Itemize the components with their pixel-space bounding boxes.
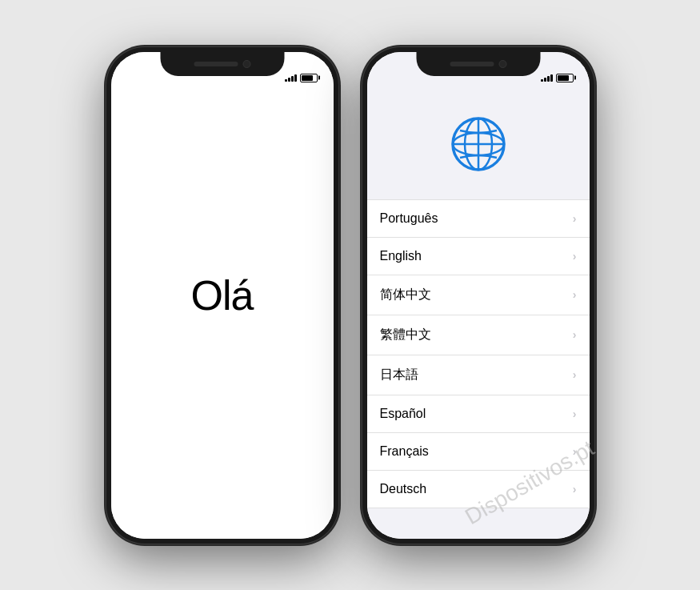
notch-2 xyxy=(416,52,540,76)
language-name-zh-hans: 简体中文 xyxy=(380,287,431,303)
language-name-fr: Français xyxy=(380,444,429,459)
language-name-ja: 日本語 xyxy=(380,367,418,383)
hello-text: Olá xyxy=(191,271,254,319)
chevron-right-icon: › xyxy=(573,368,577,381)
language-list: Português›English›简体中文›繁體中文›日本語›Español›… xyxy=(367,199,590,539)
signal-bar xyxy=(547,76,550,82)
signal-bars-1 xyxy=(285,74,297,82)
language-item-en[interactable]: English› xyxy=(367,238,590,275)
globe-container xyxy=(450,116,506,175)
chevron-right-icon: › xyxy=(573,445,577,458)
language-name-es: Español xyxy=(380,407,426,421)
signal-bar xyxy=(544,78,546,82)
language-item-ja[interactable]: 日本語› xyxy=(367,355,590,395)
phone-2-screen: Português›English›简体中文›繁體中文›日本語›Español›… xyxy=(367,52,590,539)
language-item-fr[interactable]: Français› xyxy=(367,433,590,471)
phone-1-screen: Olá xyxy=(111,52,334,539)
chevron-right-icon: › xyxy=(573,407,577,420)
battery-fill-1 xyxy=(302,75,313,81)
camera-2 xyxy=(498,60,506,68)
chevron-right-icon: › xyxy=(573,483,577,496)
speaker-2 xyxy=(450,62,494,66)
phones-container: Olá xyxy=(106,47,594,544)
battery-icon-2 xyxy=(556,74,574,82)
language-item-pt[interactable]: Português› xyxy=(367,199,590,238)
status-icons-1 xyxy=(285,74,318,82)
language-name-zh-hant: 繁體中文 xyxy=(380,327,431,343)
language-item-de[interactable]: Deutsch› xyxy=(367,471,590,508)
language-name-en: English xyxy=(380,249,422,263)
chevron-right-icon: › xyxy=(573,250,577,263)
chevron-right-icon: › xyxy=(573,288,577,301)
hello-screen: Olá xyxy=(111,52,334,539)
camera-1 xyxy=(242,60,250,68)
signal-bar xyxy=(294,74,297,82)
status-icons-2 xyxy=(541,74,574,82)
language-name-de: Deutsch xyxy=(380,482,427,496)
phone-1-frame: Olá xyxy=(106,47,338,544)
signal-bar xyxy=(291,76,294,82)
signal-bar xyxy=(541,79,543,82)
notch-1 xyxy=(160,52,284,76)
battery-icon-1 xyxy=(300,74,318,82)
language-item-zh-hans[interactable]: 简体中文› xyxy=(367,275,590,315)
battery-fill-2 xyxy=(558,75,569,81)
signal-bar xyxy=(550,74,553,82)
speaker-1 xyxy=(194,62,238,66)
signal-bar xyxy=(288,78,290,82)
language-name-pt: Português xyxy=(380,211,438,226)
chevron-right-icon: › xyxy=(573,212,577,225)
chevron-right-icon: › xyxy=(573,328,577,341)
language-screen: Português›English›简体中文›繁體中文›日本語›Español›… xyxy=(367,52,590,539)
signal-bars-2 xyxy=(541,74,553,82)
signal-bar xyxy=(285,79,287,82)
globe-icon xyxy=(450,116,506,172)
language-item-zh-hant[interactable]: 繁體中文› xyxy=(367,315,590,355)
phone-2-frame: Português›English›简体中文›繁體中文›日本語›Español›… xyxy=(362,47,594,544)
language-item-es[interactable]: Español› xyxy=(367,395,590,433)
